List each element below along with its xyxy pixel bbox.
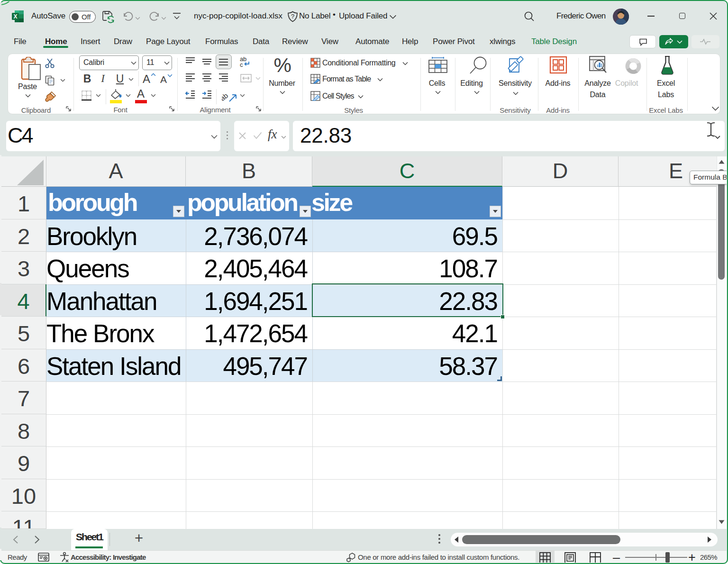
svg-text:?: ? <box>291 13 294 20</box>
svg-text:c: c <box>240 61 243 68</box>
svg-text:X: X <box>14 13 18 20</box>
svg-text:ab: ab <box>222 91 229 102</box>
